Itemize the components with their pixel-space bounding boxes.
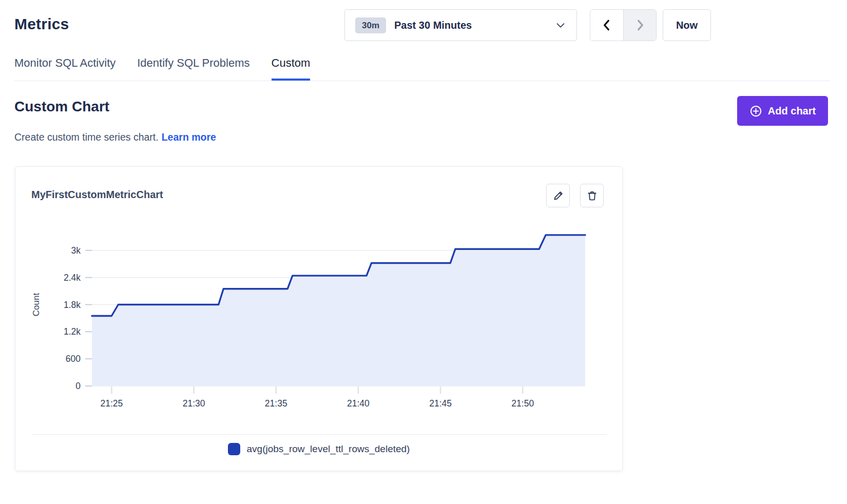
chart-legend[interactable]: avg(jobs_row_level_ttl_rows_deleted) [15, 443, 622, 455]
chevron-down-icon [555, 20, 566, 31]
x-tick-label: 21:45 [429, 398, 452, 409]
page-title: Metrics [14, 15, 69, 33]
add-chart-button[interactable]: Add chart [737, 96, 828, 126]
section-heading: Custom Chart [14, 99, 109, 115]
y-tick-label: 1.2k [64, 326, 81, 337]
plus-circle-icon [749, 105, 762, 118]
legend-divider [31, 434, 607, 435]
add-chart-label: Add chart [768, 105, 816, 117]
chevron-right-icon [633, 18, 647, 32]
time-range-dropdown[interactable]: 30m Past 30 Minutes [344, 9, 577, 41]
x-tick-label: 21:30 [183, 398, 205, 409]
y-tick-label: 3k [71, 245, 81, 256]
learn-more-link[interactable]: Learn more [162, 131, 216, 143]
legend-swatch [228, 443, 240, 455]
x-tick-label: 21:40 [347, 398, 370, 409]
y-tick-label: 1.8k [64, 300, 81, 310]
series-area [92, 235, 585, 386]
x-tick-label: 21:35 [265, 398, 287, 409]
next-time-button[interactable] [623, 10, 656, 41]
y-tick-label: 2.4k [64, 273, 81, 283]
y-axis-title: Count [31, 293, 41, 317]
tab-identify-sql-problems[interactable]: Identify SQL Problems [137, 53, 249, 81]
tab-bar: Monitor SQL Activity Identify SQL Proble… [14, 53, 830, 81]
y-tick-label: 600 [66, 354, 81, 364]
y-tick-label: 0 [75, 381, 81, 391]
time-range-badge: 30m [355, 17, 386, 33]
chevron-left-icon [600, 18, 613, 32]
time-series-chart: 06001.2k1.8k2.4k3k21:2521:3021:3521:4021… [15, 167, 623, 429]
x-tick-label: 21:25 [101, 398, 123, 409]
now-button[interactable]: Now [663, 9, 711, 41]
custom-chart-card: MyFirstCustomMetricChart 06001.2k1.8k2.4… [15, 166, 623, 471]
legend-series-label: avg(jobs_row_level_ttl_rows_deleted) [247, 443, 410, 455]
description-text: Create custom time series chart. [14, 131, 159, 143]
tab-monitor-sql-activity[interactable]: Monitor SQL Activity [14, 53, 116, 81]
section-description: Create custom time series chart.Learn mo… [14, 131, 216, 143]
prev-time-button[interactable] [590, 10, 623, 41]
time-pager [590, 9, 657, 41]
metrics-page: Metrics 30m Past 30 Minutes Now Monitor … [0, 0, 847, 504]
tab-custom[interactable]: Custom [272, 53, 311, 81]
time-range-label: Past 30 Minutes [394, 20, 555, 31]
x-tick-label: 21:50 [511, 398, 534, 409]
